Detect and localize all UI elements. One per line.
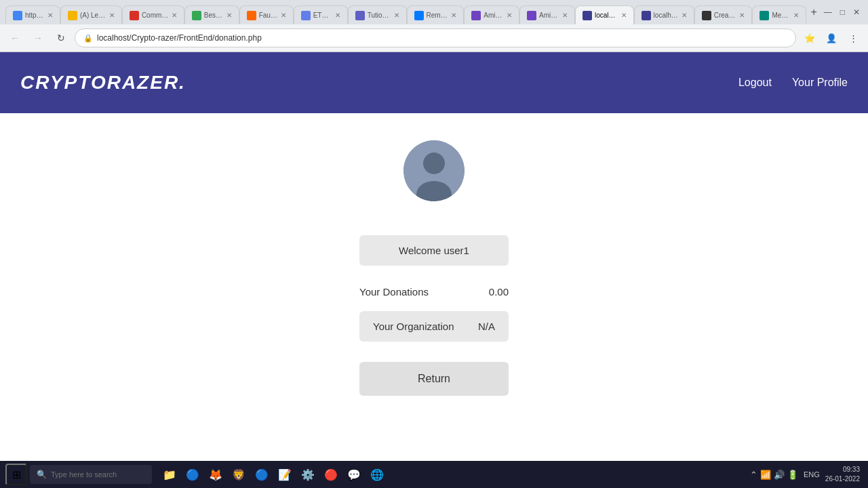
svg-point-1 — [423, 152, 445, 174]
maximize-btn[interactable]: □ — [837, 6, 848, 18]
lock-icon: 🔒 — [83, 34, 93, 43]
clock-time: 09:33 — [825, 465, 860, 474]
battery-icon: 🔋 — [787, 470, 798, 480]
tab-10[interactable]: Amitho... ✕ — [519, 5, 575, 24]
taskbar-app4[interactable]: 🔴 — [320, 464, 342, 485]
lang-indicator: ENG — [804, 470, 820, 479]
url-text: localhost/Crypto-razer/FrontEnd/donation… — [97, 33, 262, 43]
taskbar-whatsapp[interactable]: 💬 — [343, 464, 365, 485]
network-icon: 📶 — [760, 470, 771, 480]
clock-date: 26-01-2022 — [825, 474, 860, 484]
app-navbar: CRYPTORAZEr. Logout Your Profile — [0, 52, 868, 113]
reload-button[interactable]: ↻ — [52, 28, 71, 47]
volume-icon: 🔊 — [774, 470, 785, 480]
taskbar: ⊞ 🔍 📁 🔵 🦊 🦁 🔵 📝 ⚙️ 🔴 💬 🌐 ⌃ 📶 🔊 🔋 ENG — [0, 461, 868, 488]
donations-label: Your Donations — [359, 286, 429, 298]
info-section: Welcome user1 Your Donations 0.00 Your O… — [359, 235, 509, 396]
taskbar-left: ⊞ 🔍 📁 🔵 🦊 🦁 🔵 📝 ⚙️ 🔴 💬 🌐 — [5, 464, 388, 485]
donations-value: 0.00 — [489, 286, 509, 298]
tab-4[interactable]: Best C... ✕ — [184, 5, 239, 24]
nav-links: Logout Your Profile — [738, 77, 848, 89]
tab-1[interactable]: https://... ✕ — [5, 5, 60, 24]
your-profile-link[interactable]: Your Profile — [792, 77, 848, 89]
profile-btn[interactable]: 👤 — [822, 28, 841, 47]
org-label: Your Organization — [373, 321, 454, 332]
avatar — [403, 140, 465, 201]
donations-row: Your Donations 0.00 — [359, 279, 509, 304]
taskbar-vscode[interactable]: 📝 — [274, 464, 296, 485]
taskbar-search-box[interactable]: 🔍 — [30, 465, 152, 484]
app-logo: CRYPTORAZEr. — [20, 72, 186, 94]
taskbar-chrome[interactable]: 🌐 — [366, 464, 388, 485]
tab-3[interactable]: Communi... ✕ — [122, 5, 184, 24]
tab-9[interactable]: Amitho... ✕ — [464, 5, 519, 24]
taskbar-app1[interactable]: 🦁 — [228, 464, 250, 485]
taskbar-file-explorer[interactable]: 📁 — [159, 464, 180, 485]
tab-12[interactable]: localhost... ✕ — [634, 5, 694, 24]
taskbar-app2[interactable]: 🔵 — [251, 464, 273, 485]
taskbar-app3[interactable]: ⚙️ — [297, 464, 319, 485]
tab-14[interactable]: Meet -... ✕ — [752, 5, 806, 24]
close-btn[interactable]: ✕ — [850, 6, 863, 18]
toolbar-actions: ⭐ 👤 ⋮ — [800, 28, 863, 47]
main-content: Welcome user1 Your Donations 0.00 Your O… — [0, 113, 868, 423]
browser-chrome: https://... ✕ (A) Learn... ✕ Communi... … — [0, 0, 868, 52]
org-card: Your Organization N/A — [359, 311, 509, 342]
minimize-btn[interactable]: — — [821, 6, 835, 18]
taskbar-edge[interactable]: 🔵 — [182, 464, 203, 485]
welcome-text: Welcome user1 — [399, 245, 469, 256]
extensions-btn[interactable]: ⭐ — [800, 28, 819, 47]
taskbar-search-input[interactable] — [51, 470, 139, 479]
start-button[interactable]: ⊞ — [5, 464, 27, 485]
browser-toolbar: ← → ↻ 🔒 localhost/Crypto-razer/FrontEnd/… — [0, 24, 868, 52]
tab-2[interactable]: (A) Learn... ✕ — [60, 5, 122, 24]
taskbar-clock: 09:33 26-01-2022 — [825, 465, 860, 484]
new-tab-btn[interactable]: + — [806, 6, 821, 18]
tab-8[interactable]: Remix -... ✕ — [407, 5, 465, 24]
chevron-up-icon[interactable]: ⌃ — [750, 470, 757, 480]
tab-5[interactable]: Fauce... ✕ — [239, 5, 294, 24]
taskbar-apps: 📁 🔵 🦊 🦁 🔵 📝 ⚙️ 🔴 💬 🌐 — [159, 464, 388, 485]
tab-7[interactable]: Tution S... ✕ — [348, 5, 407, 24]
browser-tabs: https://... ✕ (A) Learn... ✕ Communi... … — [0, 0, 868, 24]
taskbar-search-icon: 🔍 — [37, 470, 47, 479]
welcome-card: Welcome user1 — [359, 235, 509, 266]
tab-13[interactable]: Created... ✕ — [694, 5, 753, 24]
back-button[interactable]: ← — [5, 28, 24, 47]
address-bar[interactable]: 🔒 localhost/Crypto-razer/FrontEnd/donati… — [75, 28, 796, 47]
return-button[interactable]: Return — [359, 362, 509, 396]
sys-icons: ⌃ 📶 🔊 🔋 — [750, 470, 798, 480]
tab-active[interactable]: localhos... ✕ — [575, 5, 634, 24]
settings-btn[interactable]: ⋮ — [844, 28, 863, 47]
tab-6[interactable]: ETH /... ✕ — [294, 5, 348, 24]
taskbar-right: ⌃ 📶 🔊 🔋 ENG 09:33 26-01-2022 — [750, 465, 863, 484]
logout-link[interactable]: Logout — [738, 77, 772, 89]
taskbar-firefox[interactable]: 🦊 — [205, 464, 226, 485]
org-value: N/A — [478, 321, 495, 332]
forward-button[interactable]: → — [28, 28, 47, 47]
